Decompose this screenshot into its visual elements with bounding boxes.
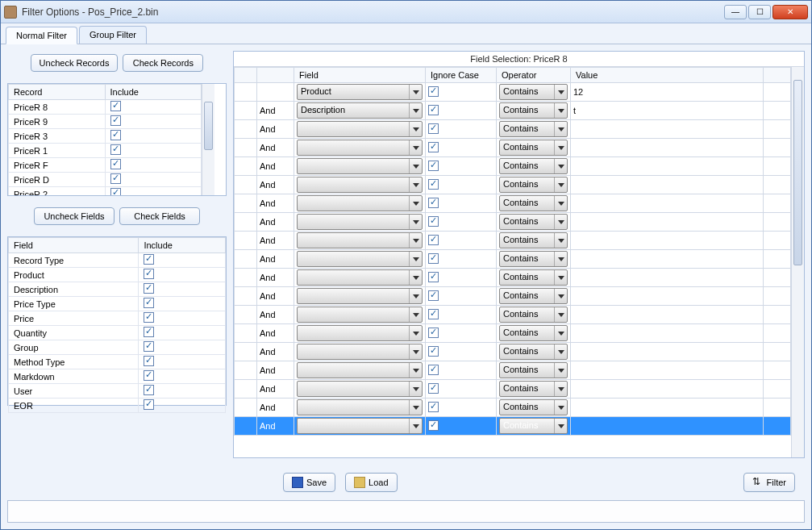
chevron-down-icon[interactable] — [554, 122, 567, 136]
combo-select[interactable]: Contains — [499, 344, 568, 360]
filter-value-cell[interactable]: t — [571, 102, 764, 120]
combo-select[interactable] — [297, 381, 423, 397]
record-include-cell[interactable] — [105, 187, 202, 196]
field-include-cell[interactable] — [139, 326, 226, 340]
filter-ignorecase-cell[interactable] — [426, 324, 497, 343]
ignorecase-checkbox[interactable] — [428, 105, 439, 115]
filter-logic-cell[interactable]: And — [257, 399, 294, 417]
filter-operator-cell[interactable]: Contains — [497, 269, 571, 287]
combo-select[interactable]: Contains — [499, 269, 568, 286]
ignorecase-checkbox[interactable] — [428, 161, 439, 171]
field-row[interactable]: Method Type — [9, 355, 226, 369]
filter-rowhead[interactable] — [235, 194, 257, 213]
field-include-checkbox[interactable] — [144, 298, 154, 308]
filter-header-field[interactable]: Field — [294, 68, 426, 83]
combo-select[interactable]: Contains — [499, 251, 568, 267]
combo-select[interactable] — [297, 269, 423, 286]
filter-operator-cell[interactable]: Contains — [497, 343, 571, 361]
filter-value-cell[interactable] — [571, 306, 764, 324]
ignorecase-checkbox[interactable] — [428, 420, 439, 431]
chevron-down-icon[interactable] — [554, 103, 567, 118]
filter-value-cell[interactable] — [571, 194, 764, 213]
filter-rowhead[interactable] — [235, 417, 257, 436]
field-row[interactable]: Description — [9, 282, 226, 297]
chevron-down-icon[interactable] — [409, 326, 422, 340]
field-row[interactable]: Markdown — [9, 369, 226, 384]
record-include-cell[interactable] — [105, 173, 202, 187]
filter-logic-cell[interactable] — [257, 83, 294, 102]
combo-select[interactable] — [297, 325, 423, 341]
filter-logic-cell[interactable]: And — [257, 269, 294, 287]
field-row[interactable]: Price — [9, 311, 226, 326]
field-row[interactable]: Quantity — [9, 326, 226, 340]
record-row[interactable]: PriceR 2 — [9, 187, 202, 196]
filter-field-cell[interactable]: Product — [294, 83, 426, 102]
record-row[interactable]: PriceR F — [9, 158, 202, 173]
record-include-checkbox[interactable] — [110, 130, 121, 140]
record-name[interactable]: PriceR 2 — [9, 187, 106, 196]
check-fields-button[interactable]: Check Fields — [119, 207, 200, 225]
field-row[interactable]: Price Type — [9, 297, 226, 311]
filter-value-cell[interactable] — [571, 250, 764, 269]
filter-operator-cell[interactable]: Contains — [497, 399, 571, 417]
field-include-cell[interactable] — [139, 355, 226, 369]
chevron-down-icon[interactable] — [554, 363, 567, 378]
filter-operator-cell[interactable]: Contains — [497, 120, 571, 139]
filter-operator-cell[interactable]: Contains — [497, 139, 571, 157]
combo-select[interactable]: Contains — [499, 158, 568, 174]
field-include-cell[interactable] — [139, 297, 226, 311]
combo-select[interactable] — [297, 399, 423, 415]
ignorecase-checkbox[interactable] — [428, 198, 439, 208]
chevron-down-icon[interactable] — [554, 177, 567, 192]
filter-rowhead[interactable] — [235, 306, 257, 324]
filter-row[interactable]: AndContains — [235, 194, 791, 213]
ignorecase-checkbox[interactable] — [428, 365, 439, 375]
chevron-down-icon[interactable] — [554, 270, 567, 285]
field-name[interactable]: EOR — [9, 399, 139, 413]
record-include-cell[interactable] — [105, 129, 202, 144]
filter-logic-cell[interactable]: And — [257, 232, 294, 250]
filter-row[interactable]: AndContains — [235, 399, 791, 417]
field-name[interactable]: Product — [9, 268, 139, 282]
combo-select[interactable]: Product — [297, 84, 423, 100]
field-include-checkbox[interactable] — [144, 283, 154, 294]
filter-value-cell[interactable] — [571, 176, 764, 194]
record-include-cell[interactable] — [105, 158, 202, 173]
filter-operator-cell[interactable]: Contains — [497, 306, 571, 324]
combo-select[interactable]: Contains — [499, 232, 568, 248]
filter-row[interactable]: AndContains — [235, 269, 791, 287]
filter-logic-cell[interactable]: And — [257, 176, 294, 194]
filter-row[interactable]: ProductContains12 — [235, 83, 791, 102]
field-name[interactable]: Price — [9, 311, 139, 326]
filter-value-cell[interactable] — [571, 120, 764, 139]
chevron-down-icon[interactable] — [409, 382, 422, 396]
field-include-checkbox[interactable] — [144, 356, 154, 366]
chevron-down-icon[interactable] — [409, 344, 422, 359]
uncheck-fields-button[interactable]: Uncheck Fields — [34, 207, 115, 225]
tab-group-filter[interactable]: Group Filter — [79, 26, 147, 44]
filter-operator-cell[interactable]: Contains — [497, 250, 571, 269]
ignorecase-checkbox[interactable] — [428, 346, 439, 357]
filter-rowhead[interactable] — [235, 380, 257, 399]
chevron-down-icon[interactable] — [409, 103, 422, 118]
filter-field-cell[interactable] — [294, 269, 426, 287]
filter-ignorecase-cell[interactable] — [426, 287, 497, 306]
combo-select[interactable]: Description — [297, 102, 423, 119]
filter-value-cell[interactable] — [571, 139, 764, 157]
filter-operator-cell[interactable]: Contains — [497, 361, 571, 380]
chevron-down-icon[interactable] — [409, 270, 422, 285]
filter-rowhead[interactable] — [235, 343, 257, 361]
chevron-down-icon[interactable] — [409, 177, 422, 192]
field-include-cell[interactable] — [139, 311, 226, 326]
filter-field-cell[interactable] — [294, 399, 426, 417]
filter-field-cell[interactable] — [294, 194, 426, 213]
record-include-checkbox[interactable] — [110, 173, 121, 184]
combo-select[interactable]: Contains — [499, 121, 568, 137]
field-include-cell[interactable] — [139, 369, 226, 384]
filter-field-cell[interactable] — [294, 213, 426, 232]
chevron-down-icon[interactable] — [409, 363, 422, 378]
filter-header-operator[interactable]: Operator — [497, 68, 571, 83]
filter-rowhead[interactable] — [235, 176, 257, 194]
chevron-down-icon[interactable] — [554, 289, 567, 303]
filter-field-cell[interactable] — [294, 361, 426, 380]
